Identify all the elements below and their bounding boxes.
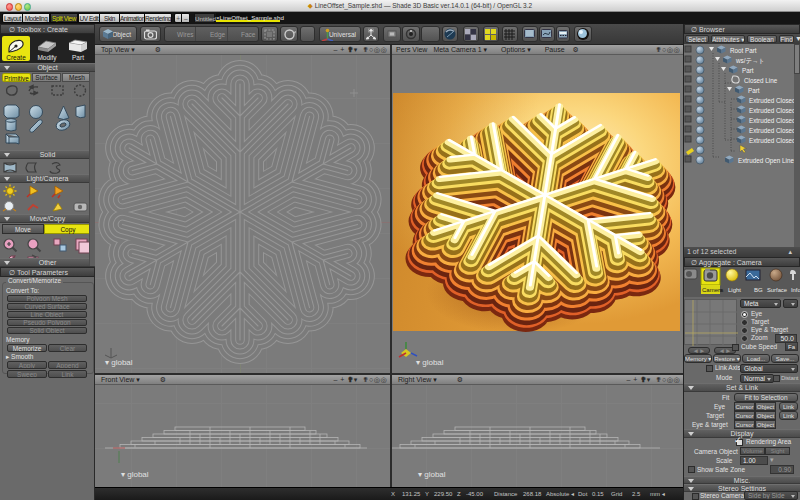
svg-text:ws/テ→ト: ws/テ→ト: [735, 57, 765, 64]
svg-text:Extruded Closed: Extruded Closed: [749, 117, 794, 124]
svg-text:Extruded Open Line: Extruded Open Line: [738, 157, 794, 165]
svg-text:Camera: Camera: [702, 287, 724, 293]
svg-text:Extruded Closed: Extruded Closed: [749, 127, 794, 134]
svg-text:Light: Light: [728, 287, 741, 293]
svg-text:Root Part: Root Part: [730, 47, 757, 54]
svg-text:Extruded Closed: Extruded Closed: [749, 107, 794, 114]
svg-text:Info: Info: [791, 287, 800, 293]
svg-text:Part: Part: [748, 87, 760, 94]
svg-text:Extruded Closed: Extruded Closed: [749, 97, 794, 104]
svg-text:BG: BG: [754, 287, 763, 293]
svg-text:Surface: Surface: [767, 287, 787, 293]
svg-text:Closed Line: Closed Line: [744, 77, 778, 84]
svg-text:Part: Part: [742, 67, 754, 74]
svg-text:Extruded Closed: Extruded Closed: [749, 137, 794, 144]
